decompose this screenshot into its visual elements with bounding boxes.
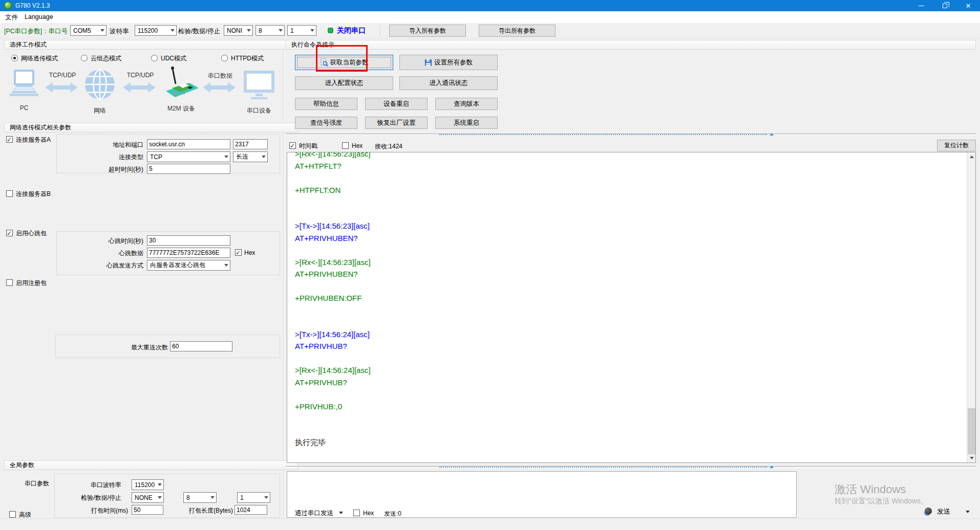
factory-reset-button[interactable]: 恢复出厂设置 xyxy=(365,117,428,129)
menu-file[interactable]: 文件 xyxy=(5,13,18,22)
global-parity-label: 检验/数据/停止 xyxy=(72,494,121,501)
log-line xyxy=(295,425,975,437)
heartbeat-data-label: 心跳数据 xyxy=(77,250,143,257)
stopbits-select[interactable]: 1 xyxy=(287,25,316,36)
log-line: >[Tx->][14:56:24][asc] xyxy=(295,328,975,341)
network-globe-icon xyxy=(84,69,116,100)
log-line xyxy=(295,388,975,401)
set-all-params-button[interactable]: 设置所有参数 xyxy=(399,55,498,70)
radio-udc-mode[interactable] xyxy=(151,55,158,61)
packlen-input[interactable] xyxy=(235,505,267,515)
server-a-checkbox[interactable] xyxy=(6,136,13,143)
device-reboot-button[interactable]: 设备重启 xyxy=(365,98,428,110)
send-hex-checkbox[interactable] xyxy=(353,510,360,516)
server-a-label: 连接服务器A xyxy=(16,136,51,143)
log-line: AT+PRIVHUB? xyxy=(295,340,975,352)
radio-httpd-label: HTTPD模式 xyxy=(231,55,264,62)
horizontal-splitter[interactable] xyxy=(286,132,976,137)
radio-net-transparent-mode[interactable] xyxy=(11,55,18,61)
chevron-down-icon xyxy=(224,156,228,158)
heartbeat-data-input[interactable] xyxy=(147,248,230,258)
databits-select[interactable]: 8 xyxy=(255,25,285,36)
timestamp-checkbox[interactable] xyxy=(289,142,296,149)
scrollbar-thumb[interactable] xyxy=(968,408,975,454)
log-hex-checkbox[interactable] xyxy=(342,142,349,149)
window-title: G780 V2.1.3 xyxy=(15,2,50,9)
chevron-down-icon xyxy=(158,496,162,499)
splitter-collapse-icon[interactable] xyxy=(770,133,774,136)
global-databits-select[interactable]: 8 xyxy=(183,492,217,503)
chevron-down-icon xyxy=(247,29,251,32)
com-port-select[interactable]: COM5 xyxy=(70,25,106,36)
export-all-params-button[interactable]: 导出所有参数 xyxy=(479,25,556,37)
import-all-params-button[interactable]: 导入所有参数 xyxy=(389,25,466,37)
log-line: +PRIVHUB:,0 xyxy=(295,401,975,413)
heartbeat-time-input[interactable] xyxy=(147,235,230,246)
diagram-link2-label: TCP/UDP xyxy=(125,72,156,79)
heartbeat-mode-select[interactable]: 向服务器发送心跳包 xyxy=(147,260,230,271)
scroll-up-icon[interactable] xyxy=(967,152,976,161)
status-strip xyxy=(0,518,980,530)
splitter-collapse-icon[interactable] xyxy=(770,466,774,468)
advanced-checkbox[interactable] xyxy=(9,511,16,518)
menu-language[interactable]: Language xyxy=(25,13,53,20)
packlen-label: 打包长度(Bytes) xyxy=(182,507,233,514)
global-stopbits-select[interactable]: 1 xyxy=(237,492,270,503)
scroll-down-icon[interactable] xyxy=(967,454,976,462)
arrow-left-right-icon xyxy=(203,81,236,94)
diagram-network-label: 网络 xyxy=(84,106,116,115)
send-icon xyxy=(925,507,932,515)
heartbeat-hex-checkbox[interactable] xyxy=(235,249,242,256)
log-scrollbar[interactable] xyxy=(967,152,975,462)
help-info-button[interactable]: 帮助信息 xyxy=(295,98,357,110)
query-version-button[interactable]: 查询版本 xyxy=(435,98,498,110)
keepalive-select[interactable]: 长连 xyxy=(233,151,268,162)
heartbeat-checkbox[interactable] xyxy=(6,230,13,236)
panel-divider[interactable] xyxy=(283,38,285,518)
send-via-serial-dropdown[interactable]: 通过串口发送 xyxy=(295,510,333,517)
log-line xyxy=(295,280,975,293)
log-line: AT+PRIVHUBEN? xyxy=(295,232,975,245)
server-a-address-input[interactable] xyxy=(147,139,230,149)
system-reboot-button[interactable]: 系统重启 xyxy=(435,117,498,129)
global-parity-select[interactable]: NONE xyxy=(132,492,164,503)
reconnect-label: 最大重连次数 xyxy=(102,344,168,351)
horizontal-splitter[interactable] xyxy=(286,465,976,469)
chevron-down-icon xyxy=(264,496,268,499)
log-line: AT+PRIVHUB? xyxy=(295,377,975,389)
send-button[interactable]: 发送 xyxy=(937,508,950,515)
restore-button[interactable] xyxy=(933,0,956,11)
workmode-header: 选择工作模式 xyxy=(4,40,298,50)
close-port-button[interactable]: 关闭串口 xyxy=(337,26,366,35)
radio-cloud-mode[interactable] xyxy=(81,55,88,61)
log-line: +HTPFLT:ON xyxy=(295,184,975,196)
recv-count-value: 1424 xyxy=(389,143,402,150)
save-icon xyxy=(424,59,432,67)
app-window: G780 V2.1.3 ✕ 文件 Language [PC串口参数]：串口号 C… xyxy=(0,0,980,530)
timeout-input[interactable] xyxy=(147,164,230,174)
enter-comm-state-button[interactable]: 进入通讯状态 xyxy=(399,76,498,90)
server-a-port-input[interactable] xyxy=(233,139,268,149)
close-button[interactable]: ✕ xyxy=(956,0,980,11)
reconnect-input[interactable] xyxy=(170,341,232,351)
diagram-serial-label: 串口设备 xyxy=(240,106,279,115)
reset-counter-button[interactable]: 复位计数 xyxy=(937,140,976,151)
query-signal-button[interactable]: 查信号强度 xyxy=(295,117,357,129)
log-output[interactable]: >[Rx<-][14:56:23][asc] AT+HTPFLT? +HTPFL… xyxy=(287,152,976,463)
enter-config-state-button[interactable]: 进入配置状态 xyxy=(295,76,393,90)
global-baud-select[interactable]: 115200 xyxy=(132,479,164,490)
diagram-m2m-label: M2M 设备 xyxy=(162,104,201,113)
radio-httpd-mode[interactable] xyxy=(221,55,228,61)
server-b-checkbox[interactable] xyxy=(6,190,13,197)
regpkg-checkbox[interactable] xyxy=(6,279,13,286)
parity-select[interactable]: NONI xyxy=(224,25,253,36)
minimize-button[interactable] xyxy=(909,0,933,11)
log-line xyxy=(295,208,975,220)
radio-udc-label: UDC模式 xyxy=(161,55,186,62)
conn-type-select[interactable]: TCP xyxy=(147,151,230,162)
log-line xyxy=(295,352,975,365)
timeout-label: 超时时间(秒) xyxy=(77,166,143,173)
baud-select[interactable]: 115200 xyxy=(135,25,177,36)
m2m-device-icon xyxy=(162,65,201,102)
packtime-input[interactable] xyxy=(132,505,163,515)
